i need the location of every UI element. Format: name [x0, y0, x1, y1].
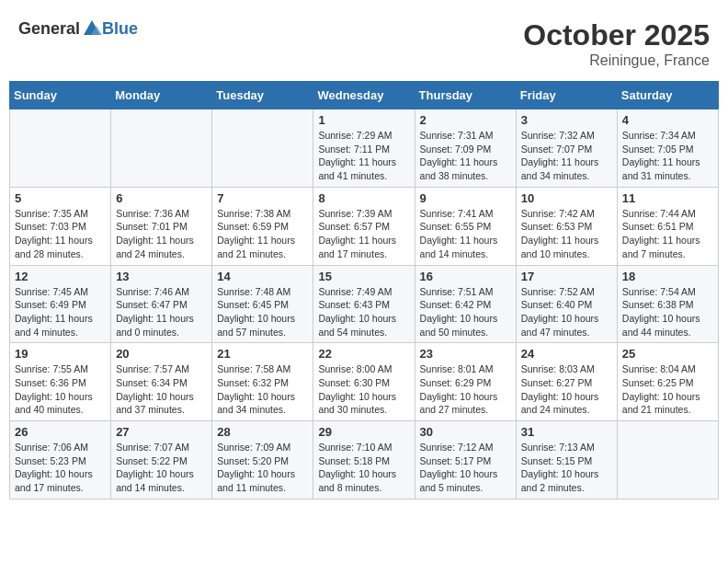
day-number: 2 [420, 113, 511, 127]
calendar-cell [212, 109, 313, 188]
day-number: 8 [318, 191, 409, 205]
day-info: Sunrise: 7:44 AM Sunset: 6:51 PM Dayligh… [622, 207, 713, 261]
day-info: Sunrise: 7:57 AM Sunset: 6:34 PM Dayligh… [116, 362, 207, 417]
day-number: 23 [420, 347, 511, 361]
day-info: Sunrise: 7:34 AM Sunset: 7:05 PM Dayligh… [622, 129, 713, 183]
logo-blue: Blue [102, 19, 138, 39]
calendar-cell: 15Sunrise: 7:49 AM Sunset: 6:43 PM Dayli… [313, 265, 415, 343]
calendar-cell: 5Sunrise: 7:35 AM Sunset: 7:03 PM Daylig… [10, 187, 111, 265]
calendar-cell [617, 421, 718, 500]
day-number: 30 [420, 425, 511, 439]
day-info: Sunrise: 7:31 AM Sunset: 7:09 PM Dayligh… [420, 129, 511, 183]
calendar-week-row: 5Sunrise: 7:35 AM Sunset: 7:03 PM Daylig… [10, 187, 719, 265]
day-number: 15 [318, 270, 409, 283]
calendar-header-row: SundayMondayTuesdayWednesdayThursdayFrid… [10, 82, 719, 109]
day-number: 5 [15, 191, 106, 205]
calendar-cell: 10Sunrise: 7:42 AM Sunset: 6:53 PM Dayli… [516, 187, 617, 265]
day-info: Sunrise: 7:42 AM Sunset: 6:53 PM Dayligh… [521, 207, 612, 261]
calendar-cell: 31Sunrise: 7:13 AM Sunset: 5:15 PM Dayli… [516, 421, 617, 500]
day-number: 21 [217, 347, 308, 361]
day-info: Sunrise: 7:12 AM Sunset: 5:17 PM Dayligh… [420, 441, 511, 495]
day-number: 19 [15, 347, 106, 361]
day-number: 9 [420, 191, 511, 205]
day-number: 31 [521, 425, 612, 439]
day-number: 20 [116, 347, 207, 361]
calendar-cell: 28Sunrise: 7:09 AM Sunset: 5:20 PM Dayli… [212, 421, 313, 500]
calendar-cell: 2Sunrise: 7:31 AM Sunset: 7:09 PM Daylig… [415, 109, 516, 188]
calendar-cell: 29Sunrise: 7:10 AM Sunset: 5:18 PM Dayli… [313, 421, 415, 500]
day-number: 3 [521, 113, 612, 127]
day-number: 25 [622, 347, 713, 361]
calendar-cell: 30Sunrise: 7:12 AM Sunset: 5:17 PM Dayli… [415, 421, 516, 500]
day-number: 14 [217, 270, 308, 283]
day-number: 27 [116, 425, 207, 439]
calendar-week-row: 1Sunrise: 7:29 AM Sunset: 7:11 PM Daylig… [10, 109, 719, 188]
calendar-cell: 7Sunrise: 7:38 AM Sunset: 6:59 PM Daylig… [212, 187, 313, 265]
day-number: 28 [217, 425, 308, 439]
day-info: Sunrise: 7:29 AM Sunset: 7:11 PM Dayligh… [318, 129, 409, 183]
day-info: Sunrise: 8:03 AM Sunset: 6:27 PM Dayligh… [521, 362, 612, 417]
day-number: 17 [521, 270, 612, 283]
calendar-week-row: 12Sunrise: 7:45 AM Sunset: 6:49 PM Dayli… [10, 265, 719, 343]
day-number: 29 [318, 425, 409, 439]
day-info: Sunrise: 7:35 AM Sunset: 7:03 PM Dayligh… [15, 207, 106, 261]
calendar-cell: 27Sunrise: 7:07 AM Sunset: 5:22 PM Dayli… [111, 421, 212, 500]
calendar-cell: 20Sunrise: 7:57 AM Sunset: 6:34 PM Dayli… [111, 343, 212, 421]
day-number: 13 [116, 270, 207, 283]
calendar-cell: 14Sunrise: 7:48 AM Sunset: 6:45 PM Dayli… [212, 265, 313, 343]
day-number: 18 [622, 270, 713, 283]
day-info: Sunrise: 7:07 AM Sunset: 5:22 PM Dayligh… [116, 441, 207, 495]
month-title: October 2025 [523, 18, 710, 52]
calendar-cell: 11Sunrise: 7:44 AM Sunset: 6:51 PM Dayli… [617, 187, 718, 265]
day-info: Sunrise: 7:46 AM Sunset: 6:47 PM Dayligh… [116, 285, 207, 339]
day-info: Sunrise: 7:51 AM Sunset: 6:42 PM Dayligh… [420, 285, 511, 339]
calendar-table: SundayMondayTuesdayWednesdayThursdayFrid… [9, 81, 719, 500]
day-info: Sunrise: 7:49 AM Sunset: 6:43 PM Dayligh… [318, 285, 409, 339]
calendar-cell: 6Sunrise: 7:36 AM Sunset: 7:01 PM Daylig… [111, 187, 212, 265]
calendar-cell: 4Sunrise: 7:34 AM Sunset: 7:05 PM Daylig… [617, 109, 718, 188]
calendar-header: General Blue October 2025 Reiningue, Fra… [9, 9, 719, 74]
day-of-week-header: Monday [111, 82, 212, 109]
calendar-cell: 19Sunrise: 7:55 AM Sunset: 6:36 PM Dayli… [10, 343, 111, 421]
day-info: Sunrise: 7:38 AM Sunset: 6:59 PM Dayligh… [217, 207, 308, 261]
day-info: Sunrise: 8:04 AM Sunset: 6:25 PM Dayligh… [622, 362, 713, 417]
logo: General Blue [18, 18, 138, 39]
month-info: October 2025 Reiningue, France [523, 18, 710, 69]
day-of-week-header: Thursday [415, 82, 516, 109]
calendar-cell: 22Sunrise: 8:00 AM Sunset: 6:30 PM Dayli… [313, 343, 415, 421]
logo-general: General [18, 19, 80, 39]
calendar-cell: 23Sunrise: 8:01 AM Sunset: 6:29 PM Dayli… [415, 343, 516, 421]
day-info: Sunrise: 7:41 AM Sunset: 6:55 PM Dayligh… [420, 207, 511, 261]
day-info: Sunrise: 7:39 AM Sunset: 6:57 PM Dayligh… [318, 207, 409, 261]
logo-icon [82, 18, 102, 39]
day-number: 11 [622, 191, 713, 205]
day-info: Sunrise: 8:01 AM Sunset: 6:29 PM Dayligh… [420, 362, 511, 417]
calendar-cell: 12Sunrise: 7:45 AM Sunset: 6:49 PM Dayli… [10, 265, 111, 343]
day-info: Sunrise: 7:10 AM Sunset: 5:18 PM Dayligh… [318, 441, 409, 495]
day-info: Sunrise: 7:32 AM Sunset: 7:07 PM Dayligh… [521, 129, 612, 183]
day-info: Sunrise: 7:09 AM Sunset: 5:20 PM Dayligh… [217, 441, 308, 495]
calendar-cell: 13Sunrise: 7:46 AM Sunset: 6:47 PM Dayli… [111, 265, 212, 343]
day-info: Sunrise: 7:45 AM Sunset: 6:49 PM Dayligh… [15, 285, 106, 339]
day-number: 16 [420, 270, 511, 283]
day-info: Sunrise: 7:58 AM Sunset: 6:32 PM Dayligh… [217, 362, 308, 417]
day-number: 6 [116, 191, 207, 205]
day-of-week-header: Friday [516, 82, 617, 109]
day-info: Sunrise: 7:13 AM Sunset: 5:15 PM Dayligh… [521, 441, 612, 495]
location: Reiningue, France [523, 52, 710, 69]
day-number: 7 [217, 191, 308, 205]
day-number: 22 [318, 347, 409, 361]
day-info: Sunrise: 7:52 AM Sunset: 6:40 PM Dayligh… [521, 285, 612, 339]
day-info: Sunrise: 7:36 AM Sunset: 7:01 PM Dayligh… [116, 207, 207, 261]
day-info: Sunrise: 7:48 AM Sunset: 6:45 PM Dayligh… [217, 285, 308, 339]
calendar-cell: 9Sunrise: 7:41 AM Sunset: 6:55 PM Daylig… [415, 187, 516, 265]
day-number: 24 [521, 347, 612, 361]
day-info: Sunrise: 7:06 AM Sunset: 5:23 PM Dayligh… [15, 441, 106, 495]
calendar-cell: 3Sunrise: 7:32 AM Sunset: 7:07 PM Daylig… [516, 109, 617, 188]
day-number: 12 [15, 270, 106, 283]
calendar-cell: 25Sunrise: 8:04 AM Sunset: 6:25 PM Dayli… [617, 343, 718, 421]
calendar-cell: 8Sunrise: 7:39 AM Sunset: 6:57 PM Daylig… [313, 187, 415, 265]
calendar-week-row: 26Sunrise: 7:06 AM Sunset: 5:23 PM Dayli… [10, 421, 719, 500]
day-number: 4 [622, 113, 713, 127]
calendar-cell: 24Sunrise: 8:03 AM Sunset: 6:27 PM Dayli… [516, 343, 617, 421]
